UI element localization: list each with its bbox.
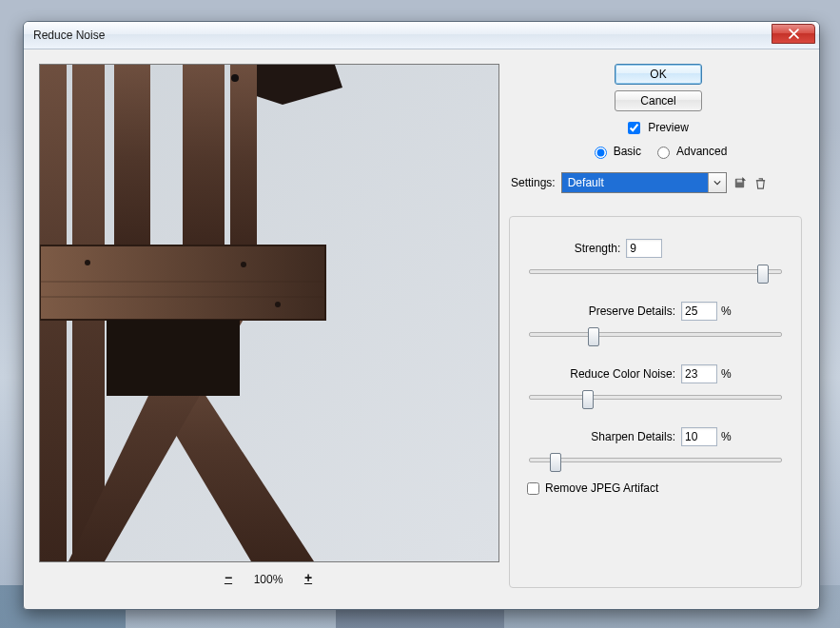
window-title: Reduce Noise [33, 29, 105, 42]
zoom-level: 100% [248, 573, 288, 586]
param-reducecolor-unit: % [721, 367, 738, 381]
param-reducecolor-input[interactable] [681, 364, 717, 383]
settings-label: Settings: [511, 176, 556, 189]
cancel-button[interactable]: Cancel [615, 90, 702, 111]
param-sharpen-details: Sharpen Details: % [527, 426, 784, 466]
slider-thumb[interactable] [550, 453, 561, 472]
param-sharpen-slider[interactable] [529, 453, 782, 466]
remove-jpeg-checkbox[interactable] [527, 482, 539, 495]
param-sharpen-label: Sharpen Details: [591, 430, 675, 443]
mode-basic-option[interactable]: Basic [590, 144, 641, 159]
svg-point-14 [275, 302, 281, 307]
save-preset-button[interactable] [733, 175, 748, 190]
settings-value: Default [568, 176, 604, 189]
preview-checkbox-label: Preview [648, 121, 689, 134]
preview-checkbox[interactable] [628, 122, 640, 134]
chevron-down-icon [708, 173, 726, 192]
trash-icon [753, 176, 768, 190]
mode-advanced-radio[interactable] [657, 147, 670, 159]
mode-basic-radio[interactable] [595, 147, 607, 159]
param-strength-slider[interactable] [529, 265, 782, 278]
zoom-out-button[interactable]: − [222, 573, 235, 586]
svg-rect-11 [107, 320, 240, 396]
param-strength-input[interactable] [626, 239, 662, 258]
param-sharpen-unit: % [721, 430, 738, 443]
param-strength: Strength: [527, 238, 784, 278]
slider-thumb[interactable] [582, 390, 594, 409]
param-preserve-unit: % [721, 304, 738, 318]
svg-rect-6 [230, 65, 257, 259]
floppy-arrow-icon [733, 176, 747, 190]
close-icon [789, 29, 799, 39]
param-strength-label: Strength: [575, 242, 621, 255]
slider-thumb[interactable] [588, 327, 599, 346]
param-reducecolor-label: Reduce Color Noise: [570, 367, 675, 381]
mode-basic-label: Basic [614, 145, 641, 158]
window-close-button[interactable] [772, 24, 815, 44]
titlebar: Reduce Noise [24, 22, 819, 49]
slider-thumb[interactable] [757, 265, 769, 284]
svg-rect-17 [737, 179, 743, 182]
svg-rect-4 [114, 65, 150, 253]
preview-image[interactable] [39, 64, 499, 562]
svg-point-13 [241, 262, 246, 267]
param-reducecolor-slider[interactable] [529, 390, 782, 403]
delete-preset-button[interactable] [753, 175, 769, 190]
mode-advanced-label: Advanced [676, 145, 727, 158]
remove-jpeg-label: Remove JPEG Artifact [545, 481, 658, 495]
zoom-in-button[interactable]: + [302, 573, 315, 586]
svg-rect-9 [40, 245, 325, 320]
ok-button[interactable]: OK [615, 64, 702, 85]
svg-rect-5 [183, 65, 225, 259]
param-sharpen-input[interactable] [681, 427, 717, 446]
param-preserve-label: Preserve Details: [589, 304, 675, 318]
param-reduce-color-noise: Reduce Color Noise: % [527, 363, 784, 403]
dialog-window: Reduce Noise [23, 21, 820, 610]
svg-point-12 [231, 74, 239, 82]
param-preserve-slider[interactable] [529, 327, 782, 341]
param-preserve-details: Preserve Details: % [527, 301, 784, 341]
svg-point-15 [85, 260, 90, 265]
parameters-group: Strength: Preserve Details: % [509, 216, 802, 588]
mode-advanced-option[interactable]: Advanced [653, 144, 727, 159]
settings-dropdown[interactable]: Default [561, 172, 727, 193]
param-preserve-input[interactable] [681, 302, 717, 321]
